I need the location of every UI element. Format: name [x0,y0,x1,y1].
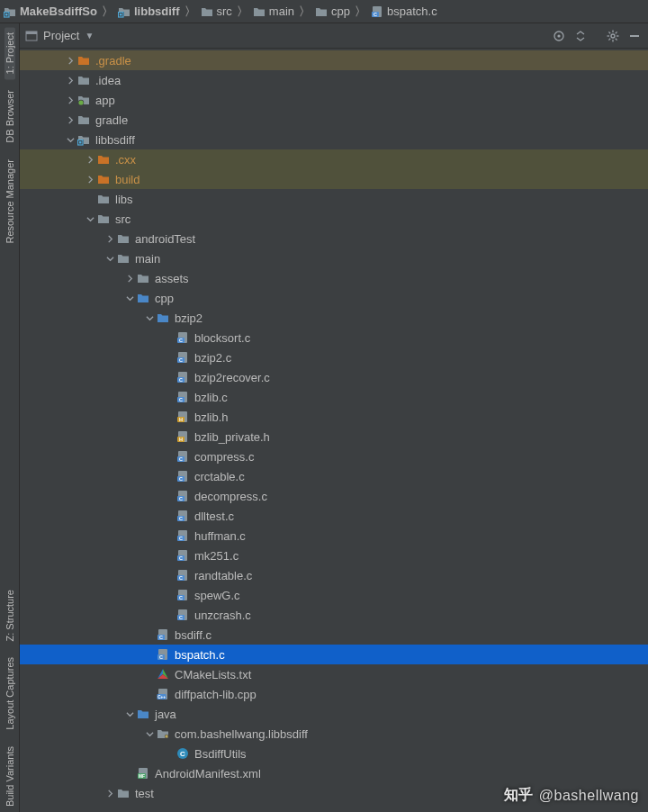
gear-icon[interactable] [605,28,621,44]
folder-orange-icon [77,54,90,67]
svg-text:H: H [179,417,183,422]
tool-window-tab[interactable]: Z: Structure [4,584,15,646]
tree-folder[interactable]: java [20,704,648,724]
tree-file[interactable]: CBsdiffUtils [20,744,648,763]
hfile-icon: H [176,430,189,443]
chevron-right-icon[interactable] [65,114,76,125]
chevron-down-icon: ▼ [85,31,94,41]
tree-file[interactable]: CspewG.c [20,585,648,605]
tree-file[interactable]: CMakeLists.txt [20,664,648,684]
tree-file[interactable]: Cunzcrash.c [20,605,648,625]
chevron-right-icon[interactable] [65,75,76,86]
collapse-icon[interactable] [572,28,589,44]
breadcrumb-separator-icon: 〉 [296,4,313,20]
tree-file[interactable]: Cbzip2.c [20,347,648,367]
chevron-right-icon[interactable] [124,273,135,284]
tree-folder[interactable]: .idea [20,70,648,90]
breadcrumb-item[interactable]: libbsdiff [118,5,180,18]
tree-file[interactable]: Cmk251.c [20,546,648,565]
svg-text:C: C [179,456,183,462]
svg-text:C: C [159,635,163,640]
svg-rect-10 [26,32,37,34]
tree-file[interactable]: Cbzip2recover.c [20,367,648,387]
tree-file[interactable]: Cdlltest.c [20,506,648,526]
tree-folder[interactable]: bzip2 [20,308,648,328]
tree-item-label: .gradle [95,54,131,68]
tree-file[interactable]: Cbspatch.c [20,645,648,664]
tree-folder[interactable]: com.bashellwang.libbsdiff [20,724,648,744]
breadcrumb-item[interactable]: MakeBsdiffSo [4,5,97,18]
tree-file[interactable]: Cdecompress.c [20,486,648,506]
breadcrumb-item[interactable]: main [253,5,294,18]
tree-file[interactable]: C++diffpatch-lib.cpp [20,684,648,704]
tool-window-tab[interactable]: Build Variants [4,741,15,812]
chevron-down-icon[interactable] [85,213,95,224]
breadcrumb-item[interactable]: cpp [315,5,350,18]
hide-icon[interactable] [626,28,643,44]
target-icon[interactable] [551,28,567,44]
tree-folder[interactable]: main [20,248,648,268]
tree-file[interactable]: Cblocksort.c [20,328,648,347]
panel-title-label: Project [43,29,79,42]
chevron-down-icon[interactable] [124,708,135,719]
arrow-placeholder [164,590,175,600]
folder-grey-icon [137,272,149,284]
chevron-down-icon[interactable] [104,253,115,264]
chevron-down-icon[interactable] [65,134,76,145]
chevron-right-icon[interactable] [104,788,115,798]
tree-file[interactable]: Cbzlib.c [20,387,648,407]
package-icon [157,727,169,740]
tree-folder[interactable]: test [20,783,648,803]
tree-folder[interactable]: .gradle [20,50,648,70]
arrow-placeholder [164,332,175,343]
tree-folder[interactable]: cpp [20,288,648,308]
chevron-down-icon[interactable] [144,312,155,323]
folder-orange-icon [97,173,110,185]
tool-window-tab[interactable]: Layout Captures [4,652,15,735]
tree-folder[interactable]: src [20,209,648,229]
tree-folder[interactable]: build [20,169,648,189]
tree-folder[interactable]: .cxx [20,149,648,169]
svg-point-87 [165,735,167,737]
tool-window-tab[interactable]: Resource Manager [4,154,15,249]
chevron-right-icon[interactable] [104,233,115,244]
tree-file[interactable]: Ccompress.c [20,447,648,466]
cfile-icon: C [157,628,169,641]
tree-folder[interactable]: assets [20,268,648,288]
chevron-right-icon[interactable] [65,55,76,66]
chevron-right-icon[interactable] [65,95,76,105]
tree-folder[interactable]: gradle [20,110,648,130]
chevron-down-icon[interactable] [124,293,135,303]
tree-item-label: spewG.c [194,589,240,602]
folder-blue-icon [137,708,149,720]
chevron-right-icon[interactable] [85,154,95,165]
tree-file[interactable]: Cbsdiff.c [20,625,648,645]
breadcrumb-label: cpp [331,5,350,18]
tree-file[interactable]: MFAndroidManifest.xml [20,763,648,783]
tree-file[interactable]: Hbzlib_private.h [20,427,648,447]
tree-folder[interactable]: libs [20,189,648,209]
tree-file[interactable]: Crandtable.c [20,565,648,585]
svg-line-18 [608,32,610,33]
tree-item-label: app [95,94,115,107]
tree-file[interactable]: Ccrctable.c [20,466,648,486]
tool-window-tab[interactable]: 1: Project [4,27,15,79]
chevron-down-icon[interactable] [144,728,155,739]
breadcrumb-item[interactable]: src [201,5,232,18]
tree-folder[interactable]: app [20,90,648,110]
arrow-placeholder [164,609,175,620]
project-tree[interactable]: .gradle.ideaappgradlelibbsdiff.cxxbuildl… [20,49,648,812]
svg-text:C: C [159,654,163,660]
svg-text:C: C [180,750,185,758]
tree-file[interactable]: Chuffman.c [20,526,648,546]
breadcrumb-item[interactable]: Cbspatch.c [371,5,437,18]
project-view-selector[interactable]: Project ▼ [25,29,545,42]
chevron-right-icon[interactable] [85,174,95,185]
tree-file[interactable]: Hbzlib.h [20,407,648,427]
tree-folder[interactable]: libbsdiff [20,130,648,149]
tree-folder[interactable]: androidTest [20,229,648,248]
cfile-icon: C [176,490,189,502]
svg-text:C++: C++ [158,695,166,699]
folder-orange-icon [97,153,110,166]
tool-window-tab[interactable]: DB Browser [4,85,15,149]
